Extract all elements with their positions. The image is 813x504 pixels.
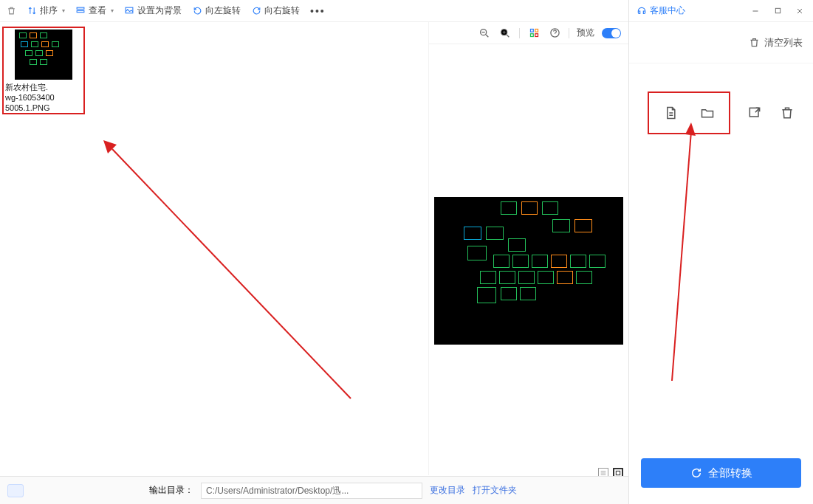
svg-rect-9 <box>535 30 538 32</box>
rotate-left-icon <box>192 6 202 16</box>
thumb-line1: 新农村住宅. <box>5 83 82 93</box>
delete-item-button[interactable] <box>779 105 795 121</box>
sort-icon <box>27 6 37 16</box>
rotate-right-button[interactable]: 向右旋转 <box>251 4 300 17</box>
set-wallpaper-button[interactable]: 设置为背景 <box>124 4 182 17</box>
view-icon <box>75 6 86 16</box>
clear-list-button[interactable]: 清空列表 <box>764 36 803 49</box>
side-panel: 客服中心 清空列表 全部转换 <box>628 0 813 504</box>
service-center-button[interactable]: 客服中心 <box>637 4 685 17</box>
more-button[interactable]: ••• <box>310 5 326 17</box>
rotate-right-icon <box>251 6 261 16</box>
svg-rect-10 <box>530 34 533 37</box>
preview-toolbar: 预览 <box>429 22 628 44</box>
change-dir-button[interactable]: 更改目录 <box>430 484 465 497</box>
zoom-in-button[interactable] <box>498 27 512 40</box>
refresh-icon <box>690 467 702 479</box>
svg-rect-15 <box>749 108 758 117</box>
grid-view-button[interactable] <box>527 27 541 40</box>
svg-rect-11 <box>535 34 538 37</box>
svg-line-4 <box>112 149 351 398</box>
output-dir-label: 输出目录： <box>149 484 193 497</box>
zoom-out-button[interactable] <box>478 27 491 40</box>
view-label: 查看 <box>89 4 106 17</box>
view-button[interactable]: 查看 ▾ <box>75 4 114 17</box>
svg-rect-1 <box>77 11 84 13</box>
svg-rect-13 <box>616 471 620 474</box>
rotate-left-button[interactable]: 向左旋转 <box>192 4 241 17</box>
side-header: 清空列表 <box>629 22 813 63</box>
preview-bar-label: 预览 <box>577 27 594 39</box>
preview-image <box>434 197 623 345</box>
file-icon-button[interactable] <box>662 105 679 121</box>
svg-rect-14 <box>775 8 780 13</box>
thumb-line3: 5005.1.PNG <box>5 103 82 114</box>
minimize-button[interactable] <box>749 5 761 17</box>
trash-icon <box>749 37 760 48</box>
file-thumbnail[interactable]: 新农村住宅. wg-16053400 5005.1.PNG <box>2 27 85 114</box>
maximize-button[interactable] <box>772 5 783 17</box>
svg-rect-8 <box>530 30 533 32</box>
app-icon <box>7 484 24 497</box>
chevron-down-icon: ▾ <box>111 7 114 14</box>
help-button[interactable] <box>548 27 561 40</box>
svg-rect-0 <box>77 7 84 9</box>
side-titlebar: 客服中心 <box>629 0 813 22</box>
close-button[interactable] <box>794 5 806 17</box>
rotate-left-label: 向左旋转 <box>205 4 241 17</box>
preview-body <box>429 44 628 475</box>
preview-pane: 预览 <box>429 22 628 475</box>
export-icon-button[interactable] <box>747 105 763 121</box>
sort-label: 排序 <box>40 4 58 17</box>
svg-marker-5 <box>103 140 117 153</box>
open-folder-button[interactable]: 打开文件夹 <box>473 484 517 497</box>
thumbnail-image <box>15 30 72 80</box>
annotation-arrow-1 <box>103 140 358 406</box>
preview-toggle[interactable] <box>602 28 621 38</box>
wallpaper-icon <box>124 6 134 16</box>
side-item-row <box>637 75 806 151</box>
file-grid-pane: 新农村住宅. wg-16053400 5005.1.PNG <box>0 22 429 475</box>
main-area: 新农村住宅. wg-16053400 5005.1.PNG 预览 <box>0 22 628 475</box>
trash-icon <box>6 6 16 16</box>
sort-button[interactable]: 排序 ▾ <box>27 4 65 17</box>
headset-icon <box>637 6 647 16</box>
thumbnail-caption: 新农村住宅. wg-16053400 5005.1.PNG <box>5 83 82 113</box>
delete-button[interactable] <box>6 6 16 16</box>
chevron-down-icon: ▾ <box>62 7 65 14</box>
rotate-right-label: 向右旋转 <box>264 4 300 17</box>
folder-icon-button[interactable] <box>699 105 716 121</box>
service-center-label: 客服中心 <box>650 4 685 17</box>
set-wallpaper-label: 设置为背景 <box>137 4 182 17</box>
convert-all-label: 全部转换 <box>708 466 752 480</box>
bottom-bar: 输出目录： C:/Users/Administrator/Desktop/迅..… <box>0 476 628 504</box>
output-dir-field[interactable]: C:/Users/Administrator/Desktop/迅... <box>201 483 422 499</box>
convert-all-button[interactable]: 全部转换 <box>641 458 801 488</box>
thumb-line2: wg-16053400 <box>5 93 82 103</box>
